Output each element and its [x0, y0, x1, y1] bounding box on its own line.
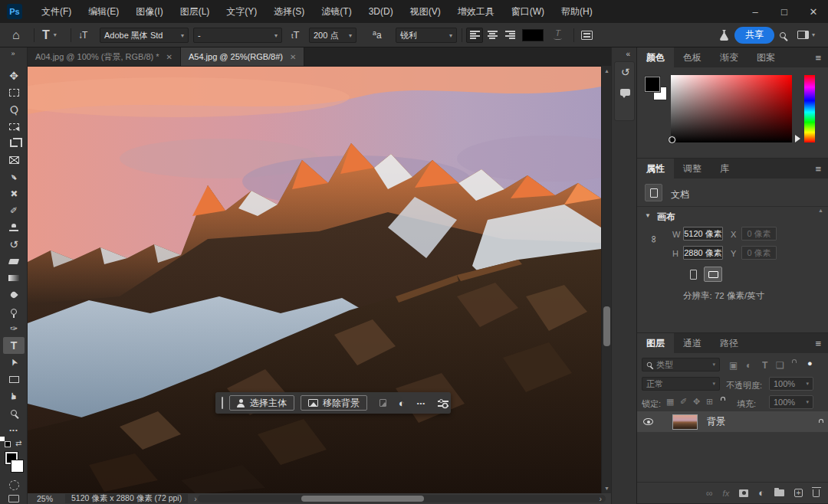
collapse-tools-icon[interactable]: » [0, 47, 27, 60]
menu-select[interactable]: 选择(S) [265, 0, 313, 23]
panel-scroll-up-icon[interactable]: ▲ [818, 208, 823, 213]
search-button[interactable] [780, 23, 786, 47]
default-colors-button[interactable] [5, 441, 12, 449]
zoom-tool[interactable] [0, 404, 28, 421]
tab-channels[interactable]: 通道 [674, 333, 711, 353]
tab-gradients[interactable]: 渐变 [711, 47, 748, 67]
hue-slider[interactable] [804, 75, 815, 142]
pen-tool[interactable]: ✑ [0, 320, 28, 337]
delete-layer-icon[interactable] [813, 489, 820, 497]
blend-mode-select[interactable]: 正常 ▾ [642, 377, 720, 391]
layer-visibility-eye-icon[interactable] [643, 418, 653, 425]
marquee-tool[interactable] [0, 84, 28, 101]
workspace-switcher[interactable]: ▾ [797, 23, 815, 47]
color-field[interactable] [671, 75, 792, 142]
tab-patterns[interactable]: 图案 [748, 47, 784, 67]
foreground-color-swatch[interactable] [645, 77, 660, 92]
scroll-down-icon[interactable]: ▼ [604, 486, 610, 491]
tab-layers[interactable]: 图层 [637, 333, 674, 353]
menu-image[interactable]: 图像(I) [127, 0, 171, 23]
panel-menu-icon[interactable]: ≡ [808, 333, 828, 353]
filter-type-icon[interactable]: T [762, 360, 767, 371]
clone-stamp-tool[interactable] [0, 219, 28, 236]
scroll-right-icon[interactable]: › [600, 494, 603, 503]
lasso-tool[interactable]: Ϙ [0, 101, 28, 118]
lock-artboard-icon[interactable]: ⊞ [706, 397, 713, 407]
more-options-icon[interactable]: ••• [417, 400, 426, 407]
layer-thumbnail[interactable] [672, 414, 698, 430]
hue-slider-cursor[interactable] [795, 135, 800, 142]
home-button[interactable]: ⌂ [12, 23, 20, 47]
properties-icon[interactable] [438, 398, 445, 407]
panel-menu-icon[interactable]: ≡ [808, 159, 828, 178]
canvas-viewport[interactable]: 选择主体 移除背景 ◐ ••• [28, 66, 601, 493]
add-mask-icon[interactable] [739, 489, 748, 497]
drag-handle[interactable] [222, 397, 223, 409]
tool-preset-picker[interactable]: T ▾ [42, 23, 57, 47]
document-tab-inactive[interactable]: A04.jpg @ 100% (背景, RGB/8) * ✕ [28, 47, 181, 66]
object-selection-tool[interactable] [0, 118, 28, 135]
filter-toggle-pin-icon[interactable]: ● [807, 358, 813, 368]
tab-swatches[interactable]: 色板 [674, 47, 711, 67]
filter-adjustment-icon[interactable]: ◐ [746, 360, 751, 371]
history-brush-tool[interactable]: ↺ [0, 236, 28, 253]
panel-menu-icon[interactable]: ≡ [808, 47, 828, 67]
vertical-scroll-thumb[interactable] [603, 306, 610, 346]
healing-brush-tool[interactable]: ✚ [0, 185, 28, 202]
font-style-select[interactable]: -▾ [193, 28, 282, 43]
minimize-button[interactable]: – [741, 0, 770, 23]
landscape-orientation-button[interactable] [704, 267, 722, 282]
dodge-tool[interactable] [0, 303, 28, 320]
path-selection-tool[interactable]: ➤ [0, 354, 28, 371]
brush-tool[interactable]: ✐ [0, 202, 28, 219]
select-subject-button[interactable]: 选择主体 [229, 395, 294, 411]
close-button[interactable]: ✕ [799, 0, 828, 23]
section-chevron-icon[interactable]: ▼ [645, 212, 651, 219]
menu-type[interactable]: 文字(Y) [218, 0, 265, 23]
hand-tool[interactable]: ☛ [0, 388, 28, 404]
tab-close-icon[interactable]: ✕ [290, 53, 296, 61]
menu-3d[interactable]: 3D(D) [360, 0, 402, 23]
menu-help[interactable]: 帮助(H) [553, 0, 601, 23]
link-dimensions-icon[interactable]: ∞ [649, 236, 660, 243]
eraser-tool[interactable] [0, 253, 28, 270]
horizontal-scroll-thumb[interactable] [301, 496, 424, 502]
background-color-swatch[interactable] [12, 460, 23, 472]
adjustments-icon[interactable]: ◐ [399, 398, 405, 409]
horizontal-scrollbar[interactable] [198, 495, 606, 502]
comments-panel-button[interactable] [615, 82, 636, 102]
lock-paint-icon[interactable]: ✐ [680, 397, 687, 407]
lock-move-icon[interactable]: ✥ [693, 397, 700, 407]
screen-mode-button[interactable] [0, 493, 28, 504]
text-orientation-button[interactable]: ↓T [78, 23, 87, 47]
maximize-button[interactable]: □ [770, 0, 799, 23]
crop-tool[interactable] [0, 135, 28, 152]
link-layers-icon[interactable]: ∞ [706, 488, 713, 499]
filter-image-icon[interactable]: ▣ [729, 360, 738, 371]
tab-color[interactable]: 颜色 [637, 47, 674, 67]
menu-edit[interactable]: 编辑(E) [80, 0, 127, 23]
portrait-orientation-button[interactable] [685, 267, 702, 282]
new-group-icon[interactable] [774, 489, 784, 496]
tab-paths[interactable]: 路径 [711, 333, 748, 353]
collapse-panels-icon[interactable]: « [612, 47, 636, 58]
fill-select[interactable]: 100% ▾ [769, 395, 813, 409]
new-layer-icon[interactable] [794, 489, 803, 497]
eyedropper-tool[interactable]: ✒ [0, 169, 28, 185]
quick-mask-button[interactable] [0, 478, 28, 492]
menu-layer[interactable]: 图层(L) [172, 0, 219, 23]
blur-tool[interactable] [0, 286, 28, 303]
align-right-button[interactable] [501, 28, 518, 43]
menu-file[interactable]: 文件(F) [33, 0, 80, 23]
new-adjustment-layer-icon[interactable]: ◐ [758, 487, 764, 499]
filter-shape-icon[interactable]: ❏ [776, 360, 784, 371]
history-panel-button[interactable]: ↺ [615, 62, 636, 82]
preview-button[interactable] [719, 23, 729, 47]
width-field[interactable]: 5120 像素 [683, 227, 723, 241]
menu-view[interactable]: 视图(V) [402, 0, 449, 23]
canvas-section-header[interactable]: 画布 [657, 211, 675, 224]
mask-mode-icon[interactable] [380, 399, 386, 407]
text-color-swatch[interactable] [522, 23, 544, 47]
menu-window[interactable]: 窗口(W) [503, 0, 553, 23]
layer-style-fx-icon[interactable]: fx [723, 489, 730, 498]
